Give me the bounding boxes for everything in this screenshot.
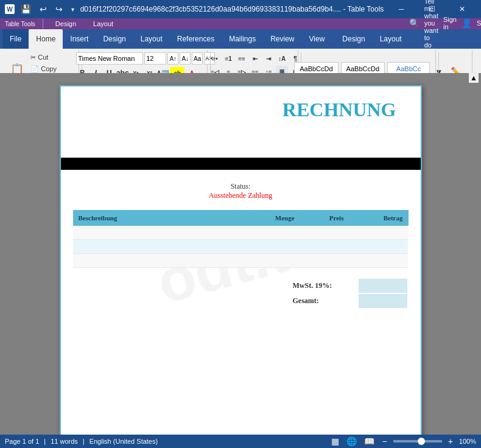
qa-dropdown-button[interactable]: ▾ — [69, 5, 77, 14]
row2-menge — [240, 240, 300, 254]
status-value: Ausstehende Zahlung — [73, 191, 409, 200]
save-button[interactable]: 💾 — [18, 3, 33, 15]
th-menge: Menge — [240, 211, 300, 226]
sort-button[interactable]: ↕A — [276, 52, 288, 65]
multilevel-button[interactable]: ≡≡ — [236, 52, 248, 65]
row1-menge — [240, 226, 300, 240]
zoom-out-button[interactable]: − — [381, 436, 388, 446]
row1-beschreibung — [73, 226, 240, 240]
print-layout-button[interactable]: ▦ — [330, 436, 340, 446]
font-decrease-button[interactable]: A↓ — [180, 52, 191, 65]
gesamt-label: Gesamt: — [288, 294, 357, 308]
gesamt-value — [359, 294, 407, 308]
numbering-button[interactable]: ≡1 — [222, 52, 234, 65]
table-design-tab[interactable]: Design — [51, 19, 81, 29]
table-tools-label: Table Tools — [5, 21, 35, 27]
status-label: Status: — [73, 182, 409, 191]
row2-preis — [300, 240, 349, 254]
read-mode-button[interactable]: 📖 — [363, 436, 376, 446]
document-title: RECHNUNG — [73, 99, 396, 121]
row3-preis — [300, 254, 349, 268]
table-row — [73, 226, 408, 240]
status-bar-right: ▦ 🌐 📖 − + 100% — [330, 436, 476, 446]
language-info: English (United States) — [90, 438, 158, 445]
decrease-indent-button[interactable]: ⇤ — [249, 52, 261, 65]
ribbon-scroll-up[interactable]: ▲ — [469, 73, 479, 83]
black-bar — [61, 158, 421, 170]
bullets-button[interactable]: ≡• — [209, 52, 221, 65]
font-name-input[interactable] — [76, 52, 143, 65]
invoice-table: Beschreibung Menge Preis Betrag — [73, 210, 409, 268]
ribbon-tabs: File Home Insert Design Layout Reference… — [0, 29, 481, 49]
row2-beschreibung — [73, 240, 240, 254]
table-layout-tab[interactable]: Layout — [88, 19, 118, 29]
document-area[interactable]: odt.to + RECHNUNG Status: Ausstehende Za… — [0, 73, 481, 435]
undo-button[interactable]: ↩ — [37, 3, 49, 15]
table-row — [73, 254, 408, 268]
totals-table: MwSt. 19%: Gesamt: — [287, 278, 409, 309]
cut-button[interactable]: ✂ Cut — [28, 52, 74, 63]
redo-button[interactable]: ↪ — [53, 3, 65, 15]
tab-review[interactable]: Review — [263, 29, 301, 49]
increase-indent-button[interactable]: ⇥ — [262, 52, 275, 65]
page: odt.to + RECHNUNG Status: Ausstehende Za… — [60, 85, 422, 435]
font-name-row: A↑ A↓ Aa A✕ — [76, 52, 215, 65]
row1-preis — [300, 226, 349, 240]
tab-design[interactable]: Design — [96, 29, 133, 49]
web-layout-button[interactable]: 🌐 — [345, 436, 358, 446]
tab-table-layout[interactable]: Layout — [373, 29, 409, 49]
row3-menge — [240, 254, 300, 268]
row3-betrag — [349, 254, 408, 268]
page-info: Page 1 of 1 — [5, 438, 39, 445]
mwst-value — [359, 279, 407, 293]
status-bar: Page 1 of 1 | 11 words | English (United… — [0, 435, 481, 448]
tab-layout[interactable]: Layout — [133, 29, 170, 49]
signin-button[interactable]: Sign in — [443, 16, 457, 30]
th-beschreibung: Beschreibung — [73, 211, 240, 226]
tab-table-design[interactable]: Design — [335, 29, 372, 49]
tab-view[interactable]: View — [302, 29, 332, 49]
page-content: RECHNUNG Status: Ausstehende Zahlung Bes… — [73, 99, 409, 309]
font-size-input[interactable] — [144, 52, 166, 65]
th-betrag: Betrag — [349, 211, 408, 226]
mwst-label: MwSt. 19%: — [288, 279, 357, 293]
gesamt-row: Gesamt: — [288, 294, 407, 308]
zoom-level: 100% — [459, 438, 476, 445]
totals-section: MwSt. 19%: Gesamt: — [73, 278, 409, 309]
font-increase-button[interactable]: A↑ — [167, 52, 178, 65]
tab-mailings[interactable]: Mailings — [222, 29, 263, 49]
th-preis: Preis — [300, 211, 349, 226]
zoom-thumb — [418, 438, 425, 445]
tab-references[interactable]: References — [170, 29, 222, 49]
font-case-button[interactable]: Aa — [192, 52, 203, 65]
tab-file[interactable]: File — [2, 29, 29, 49]
row2-betrag — [349, 240, 408, 254]
zoom-in-button[interactable]: + — [447, 436, 454, 446]
row1-betrag — [349, 226, 408, 240]
mwst-row: MwSt. 19%: — [288, 279, 407, 293]
tab-home[interactable]: Home — [29, 29, 63, 49]
share-button[interactable]: Share — [477, 19, 481, 27]
status-section: Status: Ausstehende Zahlung — [73, 182, 409, 200]
row3-beschreibung — [73, 254, 240, 268]
zoom-slider[interactable] — [393, 440, 442, 443]
tab-insert[interactable]: Insert — [63, 29, 96, 49]
tell-me-text: Tell me what you want to do — [424, 0, 438, 49]
word-count: 11 words — [51, 438, 78, 445]
window-title: d016f12f20297c6694e968c2f3cb5352126d0aa9… — [77, 5, 387, 13]
word-icon: W — [5, 4, 15, 14]
title-bar-left: W 💾 ↩ ↪ ▾ — [5, 3, 77, 15]
table-row — [73, 240, 408, 254]
